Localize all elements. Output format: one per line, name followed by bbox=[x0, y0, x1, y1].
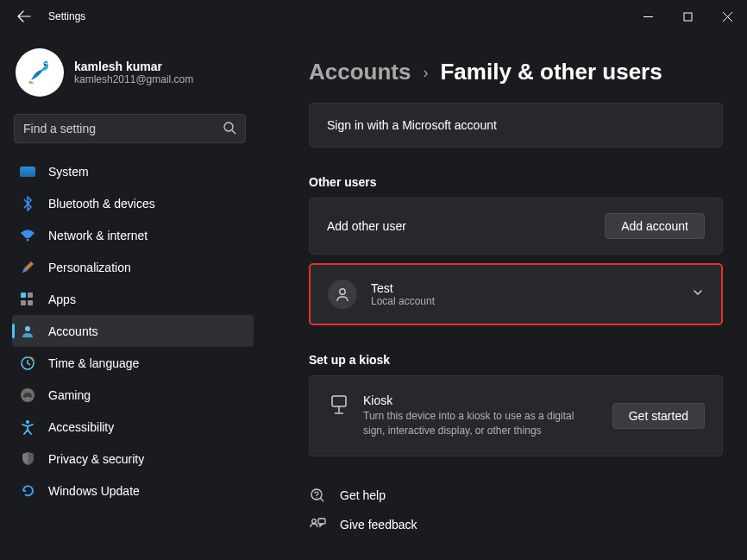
other-users-title: Other users bbox=[309, 175, 723, 189]
window-title: Settings bbox=[48, 10, 85, 22]
kiosk-icon bbox=[330, 395, 348, 419]
chevron-right-icon: › bbox=[423, 64, 428, 82]
nav-accessibility[interactable]: Accessibility bbox=[12, 411, 254, 443]
svg-point-13 bbox=[340, 289, 345, 294]
system-icon bbox=[19, 163, 36, 180]
close-button[interactable] bbox=[707, 0, 747, 33]
kiosk-title: Kiosk bbox=[363, 393, 579, 407]
other-user-name: Test bbox=[371, 281, 435, 295]
nav-windows-update[interactable]: Windows Update bbox=[12, 475, 254, 507]
user-profile[interactable]: kamlesh kumar kamlesh2011@gmail.com bbox=[12, 41, 254, 112]
nav-label: Bluetooth & devices bbox=[48, 197, 155, 211]
kiosk-card: Kiosk Turn this device into a kiosk to u… bbox=[309, 375, 723, 456]
nav-label: Personalization bbox=[48, 261, 131, 274]
apps-icon bbox=[19, 291, 36, 308]
gaming-icon bbox=[19, 387, 36, 404]
breadcrumb: Accounts › Family & other users bbox=[309, 59, 723, 85]
back-button[interactable] bbox=[12, 10, 36, 22]
breadcrumb-parent[interactable]: Accounts bbox=[309, 59, 411, 85]
user-avatar bbox=[16, 48, 64, 97]
add-account-button[interactable]: Add account bbox=[605, 213, 705, 239]
sidebar: kamlesh kumar kamlesh2011@gmail.com Syst… bbox=[0, 33, 259, 560]
add-other-user-card: Add other user Add account bbox=[309, 198, 723, 255]
kiosk-desc: Turn this device into a kiosk to use as … bbox=[363, 409, 579, 438]
give-feedback-link[interactable]: Give feedback bbox=[309, 510, 723, 539]
nav-network[interactable]: Network & internet bbox=[12, 219, 254, 251]
nav-list: System Bluetooth & devices Network & int… bbox=[12, 155, 254, 507]
nav-gaming[interactable]: Gaming bbox=[12, 379, 254, 411]
signin-card[interactable]: Sign in with a Microsoft account bbox=[309, 103, 723, 148]
nav-system[interactable]: System bbox=[12, 155, 254, 187]
other-user-row[interactable]: Test Local account bbox=[309, 263, 723, 325]
give-feedback-label: Give feedback bbox=[340, 518, 417, 532]
search-input[interactable] bbox=[14, 114, 246, 143]
other-user-type: Local account bbox=[371, 295, 435, 307]
person-icon bbox=[328, 280, 357, 309]
nav-bluetooth[interactable]: Bluetooth & devices bbox=[12, 187, 254, 219]
get-started-button[interactable]: Get started bbox=[612, 403, 705, 429]
shield-icon bbox=[19, 450, 36, 468]
nav-accounts[interactable]: Accounts bbox=[12, 315, 254, 347]
nav-label: Gaming bbox=[48, 388, 91, 402]
search-box bbox=[14, 114, 248, 143]
user-name: kamlesh kumar bbox=[74, 60, 193, 73]
svg-line-7 bbox=[232, 130, 235, 134]
nav-label: Accessibility bbox=[48, 420, 114, 434]
content-area: Accounts › Family & other users Sign in … bbox=[259, 33, 747, 560]
bluetooth-icon bbox=[19, 195, 36, 212]
nav-label: Privacy & security bbox=[48, 452, 144, 466]
nav-label: Accounts bbox=[48, 324, 98, 338]
person-icon bbox=[19, 323, 36, 340]
minimize-button[interactable] bbox=[628, 0, 668, 33]
svg-point-5 bbox=[44, 64, 46, 66]
nav-label: Windows Update bbox=[48, 484, 140, 498]
svg-rect-20 bbox=[318, 519, 325, 524]
brush-icon bbox=[19, 259, 36, 276]
nav-personalization[interactable]: Personalization bbox=[12, 251, 254, 283]
help-links: Get help Give feedback bbox=[309, 481, 723, 539]
svg-point-6 bbox=[224, 123, 233, 131]
update-icon bbox=[19, 482, 36, 500]
svg-point-19 bbox=[312, 519, 317, 523]
get-help-link[interactable]: Get help bbox=[309, 481, 723, 510]
maximize-button[interactable] bbox=[668, 0, 707, 33]
nav-label: Time & language bbox=[48, 356, 139, 370]
chevron-down-icon bbox=[692, 286, 704, 302]
svg-point-8 bbox=[27, 238, 29, 241]
add-other-user-label: Add other user bbox=[327, 219, 406, 233]
accessibility-icon bbox=[19, 418, 36, 436]
nav-label: Network & internet bbox=[48, 229, 148, 242]
clock-icon bbox=[19, 355, 36, 372]
nav-label: Apps bbox=[48, 293, 76, 306]
signin-text: Sign in with a Microsoft account bbox=[327, 118, 497, 132]
svg-rect-14 bbox=[332, 396, 346, 406]
help-icon bbox=[309, 488, 326, 503]
nav-label: System bbox=[48, 165, 89, 179]
user-email: kamlesh2011@gmail.com bbox=[74, 73, 193, 85]
svg-point-12 bbox=[26, 420, 29, 424]
svg-point-18 bbox=[316, 497, 317, 498]
search-icon bbox=[223, 121, 236, 138]
svg-point-9 bbox=[25, 326, 30, 331]
svg-rect-1 bbox=[684, 13, 692, 21]
kiosk-section-title: Set up a kiosk bbox=[309, 353, 723, 367]
feedback-icon bbox=[309, 517, 326, 532]
page-title: Family & other users bbox=[440, 59, 662, 85]
wifi-icon bbox=[19, 227, 36, 244]
nav-apps[interactable]: Apps bbox=[12, 283, 254, 315]
title-bar: Settings bbox=[0, 0, 747, 33]
nav-privacy[interactable]: Privacy & security bbox=[12, 443, 254, 475]
nav-time[interactable]: Time & language bbox=[12, 347, 254, 379]
get-help-label: Get help bbox=[340, 488, 386, 502]
